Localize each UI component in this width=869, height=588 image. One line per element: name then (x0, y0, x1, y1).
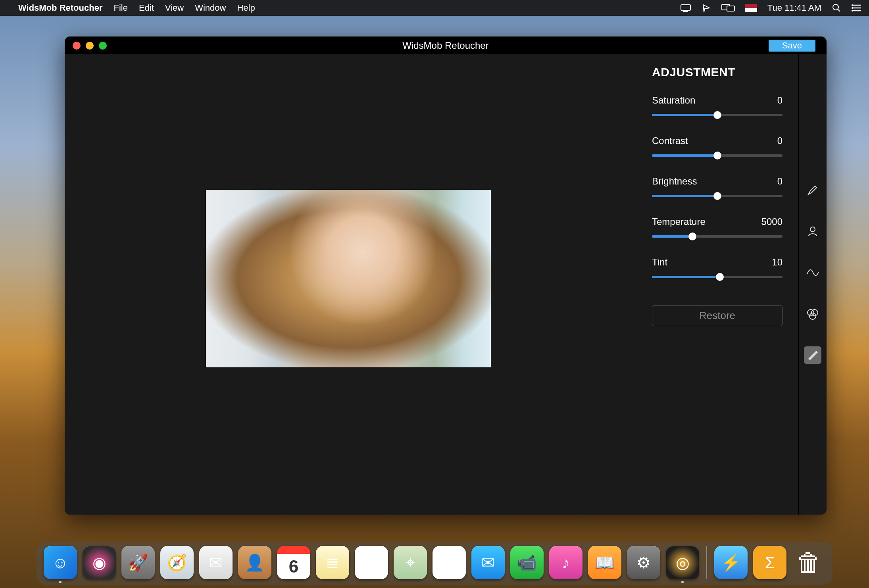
slider-value: 0 (777, 176, 782, 187)
restore-button[interactable]: Restore (652, 305, 782, 326)
dock-preferences[interactable]: ⚙ (627, 546, 660, 579)
dock-separator (706, 546, 707, 579)
app-menu[interactable]: WidsMob Retoucher (18, 3, 102, 13)
slider-brightness: Brightness0 (652, 176, 782, 197)
dock-contacts[interactable]: 👤 (238, 546, 271, 579)
window-title: WidsMob Retoucher (65, 40, 827, 51)
svg-point-9 (811, 309, 818, 316)
dock-retoucher-app[interactable]: ◎ (666, 546, 699, 579)
svg-point-10 (809, 313, 816, 319)
dock-app-extra-2[interactable]: Σ (753, 546, 786, 579)
slider-temperature: Temperature5000 (652, 216, 782, 238)
dock-reminders[interactable]: ☑ (355, 546, 388, 579)
menubar-clock[interactable]: Tue 11:41 AM (767, 3, 821, 13)
adjustment-panel-title: ADJUSTMENT (652, 65, 782, 79)
slider-track[interactable] (652, 195, 782, 197)
svg-point-6 (852, 10, 853, 12)
slider-tint: Tint10 (652, 257, 782, 278)
slider-value: 10 (772, 257, 782, 268)
window-minimize-button[interactable] (86, 42, 94, 50)
portrait-tool-icon[interactable] (804, 223, 821, 240)
slider-track[interactable] (652, 276, 782, 278)
dock-mail[interactable]: ✉ (199, 546, 233, 579)
dock-running-indicator (681, 581, 684, 583)
save-button[interactable]: Save (769, 40, 815, 52)
dock-launchpad[interactable]: 🚀 (121, 546, 155, 579)
dock-trash[interactable]: 🗑 (792, 546, 825, 579)
adjustment-panel: ADJUSTMENT Saturation0Contrast0Brightnes… (636, 54, 799, 515)
window-zoom-button[interactable] (99, 42, 107, 50)
slider-thumb[interactable] (688, 233, 696, 240)
notification-center-icon[interactable] (852, 4, 862, 12)
slider-thumb[interactable] (713, 152, 721, 159)
svg-point-3 (833, 4, 838, 10)
dock-maps[interactable]: ⌖ (394, 546, 427, 579)
svg-point-7 (810, 227, 815, 232)
svg-rect-0 (681, 5, 690, 10)
slider-track[interactable] (652, 114, 782, 116)
menu-window[interactable]: Window (195, 3, 226, 13)
dock-ibooks[interactable]: 📖 (588, 546, 621, 579)
tool-rail (799, 54, 827, 515)
spotlight-icon[interactable] (832, 3, 841, 13)
svg-point-5 (852, 7, 853, 9)
slider-value: 0 (777, 95, 782, 106)
image-canvas-area[interactable] (65, 54, 636, 515)
app-window: WidsMob Retoucher Save ADJUSTMENT Satura… (65, 37, 827, 515)
script-status-icon[interactable] (702, 3, 711, 13)
slider-thumb[interactable] (713, 111, 721, 119)
slider-value: 0 (777, 135, 782, 146)
dock-photos[interactable]: ✿ (433, 546, 466, 579)
slider-contrast: Contrast0 (652, 135, 782, 157)
slider-saturation: Saturation0 (652, 95, 782, 116)
filmpack-tool-icon[interactable] (804, 305, 821, 323)
display-status-icon[interactable] (680, 4, 691, 12)
menu-file[interactable]: File (113, 3, 127, 13)
dock-itunes[interactable]: ♪ (549, 546, 583, 579)
dock: ☺◉🚀🧭✉👤6≣☑⌖✿✉📹♪📖⚙◎ ⚡Σ🗑 (37, 542, 832, 585)
dock-running-indicator (59, 581, 62, 583)
slider-thumb[interactable] (716, 273, 724, 281)
menu-help[interactable]: Help (237, 3, 255, 13)
brush-tool-icon[interactable] (804, 181, 821, 199)
window-close-button[interactable] (73, 42, 81, 50)
dock-notes[interactable]: ≣ (316, 546, 349, 579)
slider-value: 5000 (761, 216, 782, 227)
dock-app-extra-1[interactable]: ⚡ (714, 546, 748, 579)
slider-track[interactable] (652, 154, 782, 157)
slider-label: Contrast (652, 135, 688, 146)
dock-facetime[interactable]: 📹 (510, 546, 544, 579)
slider-track[interactable] (652, 235, 782, 238)
input-source-flag-icon[interactable] (745, 4, 757, 12)
dock-finder[interactable]: ☺ (44, 546, 77, 579)
system-menubar: WidsMob Retoucher File Edit View Window … (0, 0, 869, 16)
adjust-tool-icon[interactable] (804, 346, 821, 364)
svg-point-4 (852, 4, 853, 6)
slider-label: Temperature (652, 216, 706, 227)
slider-label: Tint (652, 257, 667, 268)
menu-edit[interactable]: Edit (139, 3, 154, 13)
dock-calendar[interactable]: 6 (277, 546, 310, 579)
window-titlebar[interactable]: WidsMob Retoucher Save (65, 37, 827, 54)
edited-photo (206, 189, 491, 368)
dock-safari[interactable]: 🧭 (160, 546, 194, 579)
dock-messages[interactable]: ✉ (471, 546, 505, 579)
menu-view[interactable]: View (165, 3, 184, 13)
screens-status-icon[interactable] (721, 4, 735, 12)
dock-siri[interactable]: ◉ (83, 546, 116, 579)
slider-thumb[interactable] (713, 192, 721, 200)
slider-label: Saturation (652, 95, 695, 106)
slider-label: Brightness (652, 176, 697, 187)
denoise-tool-icon[interactable] (804, 264, 821, 281)
svg-rect-2 (727, 6, 734, 11)
